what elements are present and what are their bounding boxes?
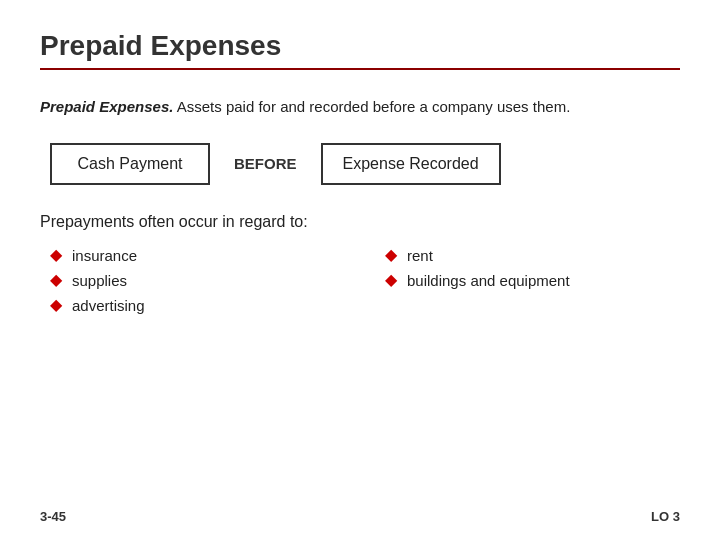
bullet-label-buildings: buildings and equipment	[407, 272, 570, 289]
diamond-icon-advertising: ◆	[50, 297, 62, 313]
diamond-icon-supplies: ◆	[50, 272, 62, 288]
bullet-item-advertising: ◆ advertising	[50, 297, 345, 314]
expense-recorded-box: Expense Recorded	[321, 143, 501, 185]
flow-row: Cash Payment BEFORE Expense Recorded	[50, 143, 680, 185]
bullet-grid: ◆ insurance ◆ rent ◆ supplies ◆ building…	[50, 247, 680, 314]
bullet-label-insurance: insurance	[72, 247, 137, 264]
definition-paragraph: Prepaid Expenses. Assets paid for and re…	[40, 96, 680, 119]
bullet-item-supplies: ◆ supplies	[50, 272, 345, 289]
bullet-item-insurance: ◆ insurance	[50, 247, 345, 264]
diamond-icon-insurance: ◆	[50, 247, 62, 263]
page-title: Prepaid Expenses	[40, 30, 680, 62]
learning-objective: LO 3	[651, 509, 680, 524]
bullet-item-buildings: ◆ buildings and equipment	[385, 272, 680, 289]
diamond-icon-rent: ◆	[385, 247, 397, 263]
diamond-icon-buildings: ◆	[385, 272, 397, 288]
prepayments-heading: Prepayments often occur in regard to:	[40, 213, 680, 231]
bullet-label-supplies: supplies	[72, 272, 127, 289]
definition-rest: Assets paid for and recorded before a co…	[173, 98, 570, 115]
slide-number: 3-45	[40, 509, 66, 524]
bullet-label-advertising: advertising	[72, 297, 145, 314]
definition-bold-italic: Prepaid Expenses.	[40, 98, 173, 115]
title-underline	[40, 68, 680, 70]
bullet-label-rent: rent	[407, 247, 433, 264]
page: Prepaid Expenses Prepaid Expenses. Asset…	[0, 0, 720, 540]
bullet-item-rent: ◆ rent	[385, 247, 680, 264]
before-label: BEFORE	[226, 155, 305, 172]
cash-payment-box: Cash Payment	[50, 143, 210, 185]
footer: 3-45 LO 3	[40, 509, 680, 524]
title-section: Prepaid Expenses	[40, 30, 680, 88]
